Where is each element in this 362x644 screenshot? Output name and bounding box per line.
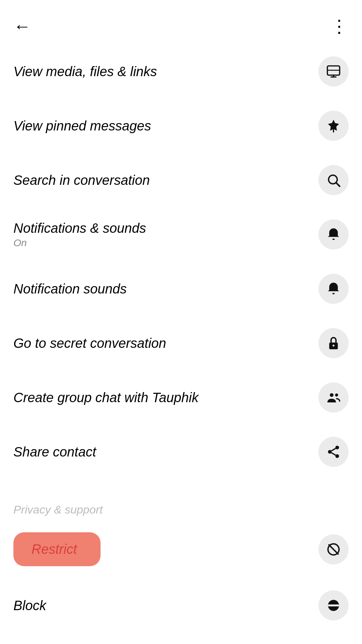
media-icon xyxy=(326,64,341,79)
restrict-icon xyxy=(326,542,341,557)
view-media-label: View media, files & links xyxy=(13,64,157,79)
menu-item-secret-conversation[interactable]: Go to secret conversation xyxy=(0,316,362,370)
svg-point-10 xyxy=(336,454,339,458)
top-bar: ← ⋮ xyxy=(0,0,362,44)
notification-sounds-label: Notification sounds xyxy=(13,281,127,297)
notifications-sounds-label: Notifications & sounds xyxy=(13,221,146,236)
svg-point-9 xyxy=(328,450,332,454)
share-contact-icon-circle xyxy=(318,437,349,467)
menu-item-create-group[interactable]: Create group chat with Tauphik xyxy=(0,370,362,425)
menu-item-share-contact[interactable]: Share contact xyxy=(0,425,362,479)
share-icon xyxy=(326,444,341,459)
create-group-label: Create group chat with Tauphik xyxy=(13,390,198,405)
menu-item-view-pinned[interactable]: View pinned messages xyxy=(0,99,362,153)
menu-item-view-media[interactable]: View media, files & links xyxy=(0,44,362,99)
privacy-support-section: Privacy & support Restrict Block Report xyxy=(0,492,362,644)
notifications-sounds-sublabel: On xyxy=(13,237,146,249)
share-contact-label: Share contact xyxy=(13,444,96,460)
back-button[interactable]: ← xyxy=(13,16,31,36)
svg-point-7 xyxy=(335,393,338,396)
svg-point-8 xyxy=(336,446,339,449)
group-icon xyxy=(326,390,341,405)
menu-list: View media, files & links View pinned me… xyxy=(0,44,362,492)
privacy-support-header: Privacy & support xyxy=(0,492,362,520)
svg-point-6 xyxy=(330,393,334,397)
menu-item-report[interactable]: Report Give feedback and report conversa… xyxy=(0,633,362,644)
restrict-icon-circle xyxy=(318,534,349,565)
view-media-icon-circle xyxy=(318,56,349,87)
secret-conversation-icon-circle xyxy=(318,328,349,358)
svg-line-11 xyxy=(331,453,336,455)
block-label: Block xyxy=(13,598,46,613)
bell-icon-1 xyxy=(326,227,341,242)
svg-point-5 xyxy=(333,345,335,347)
notifications-sounds-icon-circle xyxy=(318,219,349,250)
search-icon-circle xyxy=(318,165,349,195)
menu-item-block[interactable]: Block xyxy=(0,578,362,633)
view-pinned-label: View pinned messages xyxy=(13,118,151,133)
notification-sounds-icon-circle xyxy=(318,274,349,304)
pin-icon xyxy=(326,118,341,133)
bell-icon-2 xyxy=(326,281,341,296)
svg-line-14 xyxy=(329,545,338,554)
svg-line-3 xyxy=(336,183,340,186)
block-icon-circle xyxy=(318,590,349,621)
menu-item-search[interactable]: Search in conversation xyxy=(0,153,362,207)
create-group-icon-circle xyxy=(318,382,349,413)
search-icon xyxy=(326,173,341,187)
svg-line-12 xyxy=(331,448,336,451)
secret-conversation-label: Go to secret conversation xyxy=(13,336,166,351)
menu-item-notifications-sounds[interactable]: Notifications & sounds On xyxy=(0,207,362,262)
svg-rect-16 xyxy=(328,604,339,606)
restrict-button[interactable]: Restrict xyxy=(13,532,101,566)
menu-item-notification-sounds[interactable]: Notification sounds xyxy=(0,262,362,316)
menu-item-restrict[interactable]: Restrict xyxy=(0,520,362,578)
view-pinned-icon-circle xyxy=(318,111,349,141)
more-options-button[interactable]: ⋮ xyxy=(330,16,349,36)
search-label: Search in conversation xyxy=(13,173,150,188)
block-icon xyxy=(326,598,341,613)
lock-icon xyxy=(326,336,341,351)
